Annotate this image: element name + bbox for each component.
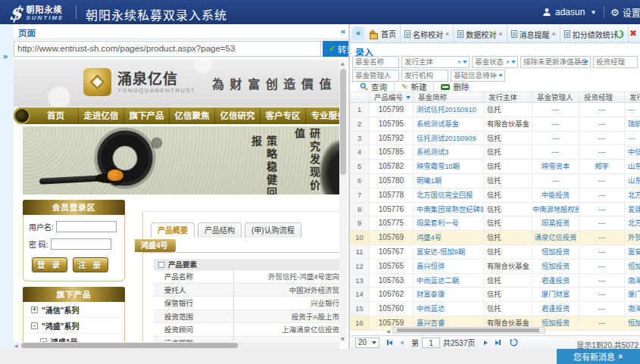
- table-row[interactable]: 11105767富安达-恒加9期信托恒加投资---富安: [350, 245, 640, 260]
- issuer-select[interactable]: 发行主体×: [401, 56, 470, 68]
- scroll-left-icon[interactable]: ◀: [14, 343, 18, 348]
- site-nav-item[interactable]: 专业服务: [306, 107, 339, 124]
- reload-grid-icon[interactable]: [510, 338, 518, 347]
- products-box-title: 旗下产品: [23, 287, 125, 302]
- last-page-button[interactable]: [495, 340, 501, 345]
- site-logo[interactable]: 涌泉亿信 YONGQUANENTRUST: [83, 68, 195, 96]
- next-page-button[interactable]: [484, 341, 488, 345]
- grid-header-col[interactable]: 发行主体: [484, 92, 532, 102]
- login-button[interactable]: 登 录: [32, 257, 67, 272]
- site-nav-item[interactable]: 客户专区: [261, 107, 306, 124]
- username-input[interactable]: [56, 221, 117, 232]
- grid-horizontal-scrollbar[interactable]: ◀: [392, 327, 545, 334]
- password-input[interactable]: [51, 238, 111, 250]
- cell: 105782: [370, 160, 414, 173]
- site-nav-item[interactable]: 旗下产品: [124, 107, 170, 124]
- site-nav-item[interactable]: 亿信研究: [215, 107, 261, 124]
- tree-expander-icon[interactable]: +: [31, 306, 38, 313]
- issue-org-input[interactable]: 发行机构: [401, 70, 448, 82]
- close-all-tabs-icon[interactable]: ✖: [629, 29, 637, 39]
- collapse-right-icon[interactable]: «: [352, 26, 364, 40]
- webpage-vertical-scrollbar[interactable]: ▲ ▼: [339, 60, 347, 342]
- cell: 4: [350, 145, 370, 159]
- product-field-label: 投资范围: [154, 310, 234, 323]
- product-tab[interactable]: (申)认购流程: [245, 222, 301, 238]
- base-info-select[interactable]: 基础信息待补×: [451, 70, 505, 82]
- create-button[interactable]: ✎ 新建: [395, 81, 434, 92]
- cell: 山东: [625, 174, 640, 188]
- user-menu[interactable]: adasun ▼: [542, 0, 596, 24]
- page-number-input[interactable]: 1: [422, 338, 440, 348]
- table-row[interactable]: 14105762财富泰康信托厦门财富---厦门: [350, 288, 640, 302]
- cell: ---: [579, 274, 625, 288]
- collapse-left-icon[interactable]: «: [341, 26, 345, 36]
- tab-close-icon[interactable]: ×: [498, 30, 502, 38]
- fund-admin-input[interactable]: 基金管理人: [352, 70, 399, 82]
- cell: 北方: [625, 216, 640, 230]
- product-panel: 产品概要产品结构(申)认购流程 鸿盛4号 产品要素产品名称外贸信托-鸿盛4号定向…: [142, 211, 339, 342]
- table-row[interactable]: 6105780明曦1期信托------山东: [350, 174, 640, 188]
- fund-name-input[interactable]: 基金名称: [352, 56, 399, 68]
- expand-icon[interactable]: »: [3, 51, 8, 61]
- first-page-button[interactable]: [387, 340, 392, 345]
- pm-input[interactable]: 投资经理: [593, 56, 638, 68]
- data-grid: 产品编号基金简称发行主体基金管理人投资经理发行机构1105799测试信托2015…: [350, 92, 640, 331]
- pagination-bar: 20 第 1 共2537页 显示1到20,共5072: [350, 335, 640, 349]
- tab-close-icon[interactable]: ×: [445, 30, 449, 38]
- settings-button[interactable]: ⚙ 设置: [610, 0, 640, 24]
- product-section-label: 产品要素: [154, 259, 305, 269]
- tab-首页[interactable]: 首页: [365, 24, 401, 43]
- table-row[interactable]: 7105778北方国信完全回报信托中能投资---北方: [350, 188, 640, 203]
- grid-header-col[interactable]: 基金简称: [414, 92, 484, 102]
- table-row[interactable]: 8105776中南集团常熟世纪碑城信托中南源地股权投资---爱建: [350, 203, 640, 217]
- cell: 郑宇: [579, 160, 625, 173]
- prev-page-button[interactable]: [400, 341, 404, 345]
- table-row[interactable]: 3105792信托测试20150909信托---------: [350, 132, 640, 146]
- exclude-select[interactable]: 排除未更新净值基金×: [520, 56, 591, 68]
- table-row[interactable]: 9105775阳昊套利一号信托阳昊投资---北方: [350, 216, 640, 231]
- product-tree-item[interactable]: +"涌信"系列: [23, 302, 124, 318]
- cell: 富安达-恒加9期: [414, 245, 484, 259]
- cell: 瑞航: [625, 117, 640, 131]
- site-nav-item[interactable]: 亿信聚焦: [170, 107, 215, 124]
- search-button[interactable]: 查询: [353, 81, 395, 92]
- product-tab[interactable]: 产品概要: [151, 222, 195, 238]
- site-nav-item[interactable]: 走进亿信: [79, 107, 124, 124]
- table-row[interactable]: 13105763中尚蓝达二期信托君逢投资---渤海: [350, 274, 640, 288]
- table-row[interactable]: 5105782映雪霜雪10期信托映雪资本郑宇山东: [350, 160, 640, 174]
- webpage-horizontal-scrollbar[interactable]: ◀: [14, 342, 339, 349]
- tab-close-icon[interactable]: ×: [552, 30, 556, 38]
- table-row[interactable]: 1105799测试信托20150910信托---------: [350, 103, 640, 117]
- grid-header-col[interactable]: 基金管理人: [532, 92, 579, 102]
- cell: 中南源地股权投资: [532, 203, 579, 216]
- site-nav-item[interactable]: 首页: [33, 107, 79, 124]
- grid-header-col[interactable]: 发行机构: [625, 92, 640, 102]
- product-tree-item[interactable]: -鸿盛1号: [23, 334, 124, 342]
- product-tree-item[interactable]: -"鸿盛"系列: [23, 318, 124, 334]
- table-row[interactable]: 10105769鸿盛4号信托涌泉亿信投资---外贸: [350, 231, 640, 245]
- table-row[interactable]: 12105765嘉兴恒骅有限合伙基金恒加投资---恒加: [350, 260, 640, 274]
- refresh-tabs-icon[interactable]: [615, 30, 624, 39]
- grid-header-col[interactable]: 产品编号: [370, 92, 414, 102]
- scroll-down-icon[interactable]: ▼: [341, 336, 345, 341]
- tab-数据校对[interactable]: 数据校对×: [454, 25, 507, 44]
- table-row[interactable]: 15105760中尚蓝达信托君逢投资---渤海: [350, 302, 640, 316]
- checkbox-icon[interactable]: [158, 262, 164, 268]
- product-tab[interactable]: 产品结构: [198, 222, 242, 238]
- cell: 嘉兴恒骅: [414, 260, 484, 273]
- fund-status-select[interactable]: 基金状态×: [472, 56, 518, 68]
- cell: 阳昊投资: [532, 216, 579, 230]
- banner-figure: [320, 140, 339, 194]
- delete-button[interactable]: 删除: [434, 81, 476, 92]
- tab-消息提醒[interactable]: 消息提醒×: [507, 25, 560, 44]
- table-row[interactable]: 4105785系统测试3信托------中信: [350, 145, 640, 160]
- page-size-select[interactable]: 20: [355, 338, 379, 348]
- url-input[interactable]: http://www.entrust-sh.com/pages/product.…: [14, 41, 321, 57]
- register-button[interactable]: 注 册: [73, 257, 108, 272]
- grid-header-col[interactable]: 投资经理: [579, 92, 625, 102]
- tree-expander-icon[interactable]: -: [31, 322, 38, 329]
- tab-名称校对[interactable]: 名称校对×: [401, 25, 454, 44]
- table-row[interactable]: 2105795系统测试基金有限合伙基金------瑞航: [350, 117, 640, 132]
- scroll-up-icon[interactable]: ▲: [341, 61, 345, 66]
- new-message-button[interactable]: 您有新消息«: [557, 349, 640, 364]
